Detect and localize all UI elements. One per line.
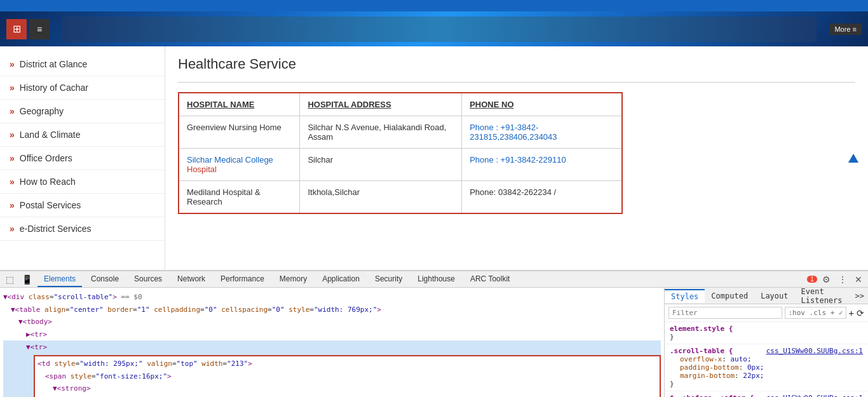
- arrow-icon: »: [10, 59, 15, 69]
- style-rule-element: element.style { }: [665, 322, 868, 344]
- main-content: Healthcare Service HOSPITAL NAME HOSPITA…: [165, 46, 868, 270]
- add-style-icon[interactable]: +: [849, 308, 854, 318]
- styles-tab-computed[interactable]: Computed: [705, 290, 754, 302]
- top-bar: [0, 0, 868, 11]
- styles-filter-input[interactable]: [668, 307, 782, 319]
- table-row: Silchar Medical College Hospital Silchar…: [179, 149, 622, 181]
- dom-line: ▼<div class="scroll-table"> == $0: [3, 291, 661, 304]
- sidebar-item-geography[interactable]: » Geography: [0, 100, 165, 123]
- table-row: Mediland Hospital & Research Itkhola,Sil…: [179, 181, 622, 214]
- tab-performance[interactable]: Performance: [214, 272, 271, 287]
- hospital-address-2: Silchar: [300, 149, 462, 181]
- tab-lighthouse[interactable]: Lighthouse: [411, 272, 461, 287]
- arrow-icon: »: [10, 177, 15, 187]
- dom-line: ▶<tr>: [3, 328, 661, 341]
- pseudo-filter[interactable]: :hov .cls + ✓: [785, 307, 846, 319]
- close-icon[interactable]: ✕: [852, 273, 865, 286]
- highlighted-dom-block: <td style="width: 295px;" valign="top" w…: [34, 355, 661, 397]
- tab-network[interactable]: Network: [171, 272, 212, 287]
- style-rule-before-after: *, :before, :after { css_U1SWw00.SUUBg.c…: [665, 391, 868, 397]
- tab-arc-toolkit[interactable]: ARC Toolkit: [464, 272, 516, 287]
- dom-line: ▼<table align="center" border="1" cellpa…: [3, 304, 661, 316]
- banner: ⊞ ≡ More ≡: [0, 11, 868, 46]
- sidebar-item-history-of-cachar[interactable]: » History of Cachar: [0, 76, 165, 100]
- hospital-address-1: Silchar N.S Avenue, Hialakandi Road, Ass…: [300, 116, 462, 149]
- sidebar-item-postal-services[interactable]: » Postal Services: [0, 194, 165, 217]
- hospital-name-1: Greenview Nursing Home: [179, 116, 300, 149]
- tab-sources[interactable]: Sources: [128, 272, 168, 287]
- styles-tab-styles[interactable]: Styles: [665, 289, 705, 303]
- dom-panel: ▼<div class="scroll-table"> == $0 ▼<tabl…: [0, 288, 665, 397]
- tab-elements[interactable]: Elements: [37, 272, 82, 287]
- element-picker-icon[interactable]: ⬚: [3, 273, 17, 286]
- hospital-address-3: Itkhola,Silchar: [300, 181, 462, 214]
- devtools-right-icons: 1 ⚙ ⋮ ✕: [807, 273, 865, 286]
- devtools-body: ▼<div class="scroll-table"> == $0 ▼<tabl…: [0, 288, 868, 397]
- settings-icon[interactable]: ⚙: [820, 273, 833, 286]
- error-badge: 1: [807, 276, 817, 283]
- dom-line: ▼<tbody>: [3, 316, 661, 328]
- dom-line: <td style="width: 295px;" valign="top" w…: [37, 358, 657, 370]
- styles-panel-tabs: Styles Computed Layout Event Listeners >…: [665, 288, 868, 304]
- hospital-name-3: Mediland Hospital & Research: [179, 181, 300, 214]
- sidebar: » District at Glance » History of Cachar…: [0, 46, 165, 270]
- arrow-icon: »: [10, 200, 15, 210]
- sidebar-item-land-climate[interactable]: » Land & Climate: [0, 123, 165, 147]
- col-header-phone: PHONE NO: [462, 93, 622, 116]
- hospital-phone-2: Phone : +91-3842-229110: [462, 149, 622, 181]
- more-icon[interactable]: ⋮: [836, 273, 850, 286]
- sidebar-item-district-at-glance[interactable]: » District at Glance: [0, 53, 165, 76]
- hospital-phone-3: Phone: 03842-262234 /: [462, 181, 622, 214]
- arrow-icon: »: [10, 224, 15, 234]
- style-rule-scroll-table: .scroll-table { css_U1SWw00.SUUBg.css:1 …: [665, 344, 868, 391]
- arrow-icon: »: [10, 130, 15, 140]
- devtools-panel: ⬚ 📱 Elements Console Sources Network Per…: [0, 270, 868, 397]
- styles-tab-layout[interactable]: Layout: [754, 290, 794, 302]
- selected-dom-block: ▼<tr> <td style="width: 295px;" valign="…: [3, 340, 661, 397]
- styles-tab-more[interactable]: >>: [849, 290, 868, 302]
- more-button[interactable]: More ≡: [829, 24, 862, 35]
- styles-filter-bar: :hov .cls + ✓ + ⟳: [665, 304, 868, 322]
- tab-application[interactable]: Application: [316, 272, 366, 287]
- hospital-link-2[interactable]: Silchar Medical College Hospital: [187, 155, 273, 174]
- dom-line: <span style="font-size:16px;">: [37, 370, 657, 383]
- page-title: Healthcare Service: [178, 56, 855, 72]
- tab-console[interactable]: Console: [85, 272, 125, 287]
- scroll-up-button[interactable]: [848, 154, 858, 163]
- col-header-name: HOSPITAL NAME: [179, 93, 300, 116]
- refresh-style-icon[interactable]: ⟳: [857, 308, 864, 318]
- tab-memory[interactable]: Memory: [273, 272, 313, 287]
- arrow-icon: »: [10, 153, 15, 163]
- devtools-toolbar: ⬚ 📱 Elements Console Sources Network Per…: [0, 271, 868, 288]
- dom-line: ▼<tr>: [3, 341, 661, 354]
- arrow-icon: »: [10, 106, 15, 116]
- device-toggle-icon[interactable]: 📱: [19, 273, 35, 286]
- sidebar-item-e-district-services[interactable]: » e-District Services: [0, 217, 165, 241]
- hospital-table: HOSPITAL NAME HOSPITAL ADDRESS PHONE NO …: [178, 92, 623, 214]
- sidebar-item-how-to-reach[interactable]: » How to Reach: [0, 170, 165, 194]
- arrow-icon: »: [10, 83, 15, 93]
- sidebar-item-office-orders[interactable]: » Office Orders: [0, 147, 165, 170]
- table-row: Greenview Nursing Home Silchar N.S Avenu…: [179, 116, 622, 149]
- hospital-link-3[interactable]: Mediland Hospital & Research: [187, 187, 261, 206]
- hospital-name-2: Silchar Medical College Hospital: [179, 149, 300, 181]
- dom-line: ▼<strong>: [37, 382, 657, 395]
- hospital-phone-1: Phone : +91-3842-231815,238406,234043: [462, 116, 622, 149]
- styles-panel: Styles Computed Layout Event Listeners >…: [665, 288, 868, 397]
- hospital-link-1[interactable]: Greenview Nursing Home: [187, 123, 281, 132]
- tab-security[interactable]: Security: [369, 272, 409, 287]
- col-header-address: HOSPITAL ADDRESS: [300, 93, 462, 116]
